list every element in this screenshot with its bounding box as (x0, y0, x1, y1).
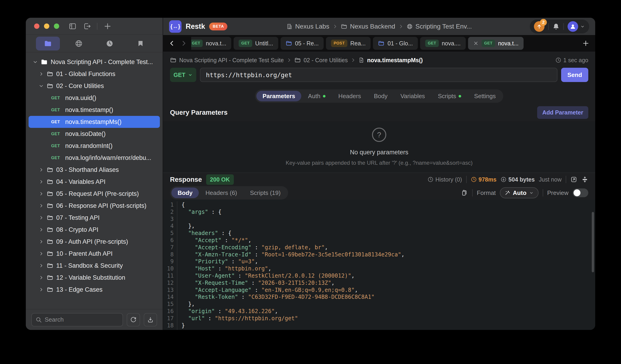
tab-parameters[interactable]: Parameters (256, 91, 302, 101)
sidebar-search[interactable] (31, 313, 123, 327)
copy-button[interactable] (461, 189, 468, 196)
history-button[interactable]: History (0) (428, 176, 462, 183)
response-body-viewer[interactable]: 123456789101112131415161718 { "args" : {… (163, 200, 595, 330)
refresh-button[interactable] (127, 313, 140, 327)
tree-folder-item[interactable]: 08 - Crypto API (29, 224, 160, 236)
chevron-down-icon[interactable] (33, 60, 38, 64)
tree-folder-item[interactable]: 07 - Testing API (29, 212, 160, 224)
tree-folder-item[interactable]: 04 - Variables API (29, 176, 160, 188)
tree-folder-item[interactable]: 06 - Response API (Post-scripts) (29, 200, 160, 212)
toggle-sidebar-icon[interactable] (69, 22, 77, 30)
chevron-down-icon[interactable] (39, 84, 44, 88)
sync-upload-button[interactable]: 2 (534, 21, 545, 32)
chevron-right-icon[interactable] (39, 179, 44, 184)
response-tab-body[interactable]: Body (171, 188, 199, 198)
tab-headers[interactable]: Headers (332, 91, 367, 101)
folder-icon (44, 40, 52, 48)
tree-request-item[interactable]: GETnova.randomInt() (29, 140, 160, 152)
chevron-right-icon[interactable] (39, 239, 44, 244)
building-icon (287, 23, 293, 30)
sidebar-tab-history[interactable] (98, 37, 122, 51)
tree-folder-item[interactable]: 10 - Parent Auth API (29, 248, 160, 260)
send-button[interactable]: Send (561, 68, 588, 82)
tab-label: Headers (338, 93, 361, 100)
folder-tab[interactable]: 05 - Re... (280, 37, 324, 50)
tree-request-item[interactable]: GETnova.timestamp() (29, 104, 160, 116)
chevron-right-icon[interactable] (39, 72, 44, 76)
format-value: Auto (513, 189, 526, 196)
url-input[interactable] (200, 68, 557, 82)
tree-folder-item[interactable]: Nova Scripting API - Complete Test... (29, 56, 160, 68)
chevron-right-icon[interactable] (39, 191, 44, 196)
open-in-window-button[interactable] (570, 176, 577, 183)
close-window-button[interactable] (34, 23, 39, 29)
sidebar-tab-collections[interactable] (36, 37, 60, 51)
request-tab[interactable]: GETnova.t... (191, 37, 231, 50)
tree-folder-item[interactable]: 01 - Global Functions (29, 68, 160, 80)
tree-folder-item[interactable]: 05 - Request API (Pre-scripts) (29, 188, 160, 200)
tabs-back-button[interactable] (167, 40, 176, 47)
chevron-right-icon[interactable] (39, 215, 44, 220)
tab-auth[interactable]: Auth (302, 91, 332, 101)
chevron-right-icon[interactable] (39, 287, 44, 292)
chevron-right-icon[interactable] (39, 275, 44, 280)
tab-scripts[interactable]: Scripts (432, 91, 467, 101)
account-menu[interactable] (568, 21, 585, 32)
tab-label: Auth (308, 93, 320, 100)
minimize-window-button[interactable] (44, 23, 49, 29)
tree-request-item[interactable]: GETnova.timestampMs() (29, 116, 160, 128)
new-item-icon[interactable] (104, 22, 112, 30)
breadcrumb-item[interactable]: nova.timestampMs() (358, 57, 423, 64)
tree-folder-item[interactable]: 03 - Shorthand Aliases (29, 164, 160, 176)
notifications-bell-icon[interactable] (552, 23, 560, 30)
zoom-window-button[interactable] (54, 23, 59, 29)
tab-settings[interactable]: Settings (468, 91, 502, 101)
tree-request-item[interactable]: GETnova.log/info/warn/error/debu... (29, 152, 160, 164)
sidebar-tab-bookmarks[interactable] (129, 37, 153, 51)
search-input[interactable] (45, 316, 119, 323)
export-icon[interactable] (83, 22, 91, 30)
breadcrumb-item[interactable]: Nexus Labs (287, 23, 329, 30)
breadcrumb-item[interactable]: Scripting Test Env... (407, 23, 472, 30)
request-tab[interactable]: GETnova.t... (468, 37, 524, 50)
tree-folder-item[interactable]: 13 - Edge Cases (29, 284, 160, 295)
method-dropdown[interactable]: GET (170, 68, 196, 82)
folder-tab[interactable]: 01 - Glo... (373, 37, 418, 50)
format-dropdown[interactable]: Auto (500, 187, 538, 198)
scrollbar-thumb[interactable] (592, 212, 594, 272)
tree-folder-item[interactable]: 11 - Sandbox & Security (29, 260, 160, 272)
breadcrumb-item[interactable]: 02 - Core Utilities (294, 57, 348, 64)
request-tab[interactable]: GETUntitl... (234, 37, 278, 50)
tree-folder-item[interactable]: 02 - Core Utilities (29, 80, 160, 92)
chevron-right-icon[interactable] (39, 251, 44, 256)
add-parameter-button[interactable]: Add Parameter (537, 106, 588, 119)
new-tab-button[interactable] (580, 39, 591, 47)
tab-body[interactable]: Body (368, 91, 394, 101)
format-label: Format (477, 189, 496, 196)
request-tab[interactable]: POSTRea... (326, 37, 371, 50)
breadcrumb-label: Nexus Backend (350, 23, 395, 30)
tree-request-item[interactable]: GETnova.uuid() (29, 92, 160, 104)
breadcrumb-item[interactable]: Nexus Backend (341, 23, 395, 30)
line-number: 15 (163, 301, 174, 308)
method-badge: GET (482, 40, 495, 47)
tabs-forward-button[interactable] (179, 40, 189, 47)
chevron-right-icon[interactable] (39, 227, 44, 232)
sidebar-tab-environments[interactable] (67, 37, 91, 51)
preview-toggle[interactable] (573, 189, 588, 197)
tree-folder-item[interactable]: 09 - Auth API (Pre-scripts) (29, 236, 160, 248)
tree-request-item[interactable]: GETnova.isoDate() (29, 128, 160, 140)
collapse-panel-button[interactable] (581, 176, 588, 183)
chevron-right-icon[interactable] (39, 263, 44, 268)
request-tab[interactable]: GETnova.... (420, 37, 466, 50)
import-button[interactable] (144, 313, 157, 327)
chevron-right-icon[interactable] (39, 168, 44, 172)
breadcrumb-item[interactable]: Nova Scripting API - Complete Test Suite (170, 57, 284, 64)
response-tab-headers-6[interactable]: Headers (6) (199, 188, 243, 198)
folder-icon (47, 274, 53, 281)
chevron-right-icon[interactable] (39, 203, 44, 208)
tree-folder-item[interactable]: 12 - Variable Substitution (29, 272, 160, 284)
close-tab-icon[interactable] (473, 41, 479, 46)
response-tab-scripts-19[interactable]: Scripts (19) (244, 188, 287, 198)
tab-variables[interactable]: Variables (394, 91, 431, 101)
